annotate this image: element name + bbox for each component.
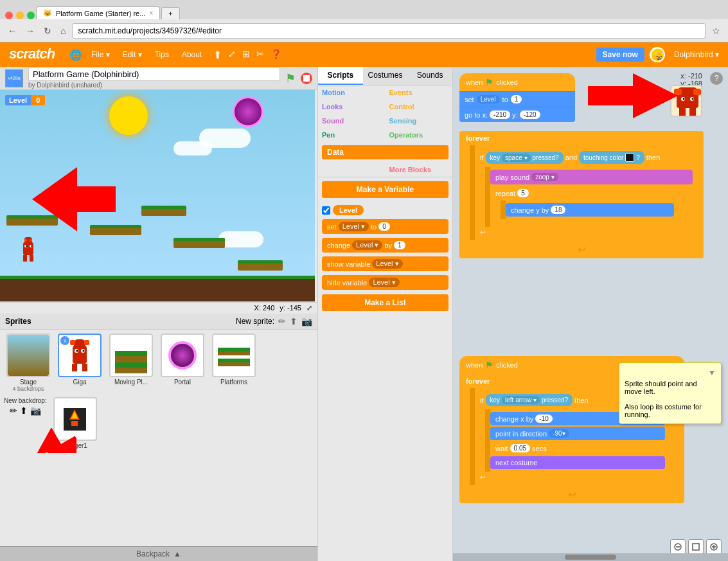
change-level-block[interactable]: change Level ▾ by 1 [322,238,448,253]
back-button[interactable]: ← [5,26,19,36]
zoom-out-button[interactable] [670,539,686,555]
play-sound-cmd[interactable]: play sound zoop ▾ [490,170,693,184]
minimize-button[interactable] [16,12,24,19]
edit-menu[interactable]: Edit ▾ [119,48,146,61]
help-circle-icon[interactable]: ❓ [271,49,281,61]
sprite-item-stage[interactable]: Stage 4 backdrops [4,334,53,392]
tooltip-close-icon[interactable]: ▼ [708,368,716,377]
change-y-val[interactable]: 18 [551,206,565,214]
level-dropdown-2[interactable]: Level ▾ [352,240,382,250]
level-dropdown-1[interactable]: Level ▾ [339,222,369,231]
point-direction-cmd[interactable]: point in direction -90▾ [490,427,665,440]
scissors-icon[interactable]: ✂ [256,49,264,61]
sound-dropdown[interactable]: zoop ▾ [531,173,558,181]
category-looks[interactable]: Looks [318,100,386,114]
active-tab[interactable]: 🐱 Platform Game (Starter) re... × [36,6,160,19]
category-operators[interactable]: Operators [386,128,453,142]
zoom-in-button[interactable] [706,539,722,555]
key2-value[interactable]: left arrow ▾ [502,396,540,404]
camera-sprite-button[interactable]: 📷 [301,316,312,326]
category-data[interactable]: Data [322,145,448,159]
touching-color-sensing[interactable]: touching color ? [579,151,644,164]
home-button[interactable]: ⌂ [58,26,68,36]
tab-sounds[interactable]: Sounds [407,67,452,85]
save-button[interactable]: Save now [596,48,644,62]
grid-icon[interactable]: ⊞ [242,49,250,61]
key-space-sensing[interactable]: key space ▾ pressed? [486,152,564,164]
category-sound[interactable]: Sound [318,114,386,128]
show-variable-block[interactable]: show variable Level ▾ [322,256,448,271]
direction-dropdown[interactable]: -90▾ [549,429,569,438]
next-costume-cmd[interactable]: next costume [490,456,665,469]
tips-menu[interactable]: Tips [151,48,173,61]
paint-sprite-button[interactable]: ✏ [278,316,286,326]
fullscreen-icon[interactable]: ⤢ [228,49,236,61]
tooltip-close-btn[interactable]: ▼ [625,368,716,377]
backpack-bar[interactable]: Backpack ▲ [0,546,317,561]
level-checkbox[interactable] [322,206,330,215]
url-input[interactable] [72,23,706,39]
paint-backdrop-button[interactable]: ✏ [10,405,17,416]
sprite-item-giga[interactable]: i G [55,334,104,392]
category-control[interactable]: Control [386,100,453,114]
goto-x-val[interactable]: -210 [490,111,510,119]
change-x-val[interactable]: -10 [535,414,552,423]
set-value[interactable]: 0 [378,222,390,231]
repeat-block[interactable]: repeat 5 change y by 18 [490,186,693,224]
category-more-blocks[interactable]: More Blocks [386,163,453,177]
if-block-1[interactable]: if key space ▾ pressed? and [475,148,704,238]
category-pen[interactable]: Pen [318,128,386,142]
user-menu[interactable]: Dolphinbird ▾ [670,48,723,61]
set-level-cmd[interactable]: set Level to 1 [459,91,575,107]
sprite-item-platforms[interactable]: Platforms [209,334,258,392]
reload-button[interactable]: ↻ [41,26,54,36]
bookmark-button[interactable]: ☆ [709,26,723,36]
about-menu[interactable]: About [178,48,206,61]
goto-y-val[interactable]: -120 [520,111,540,119]
sprite-item-moving-platforms[interactable]: Moving Pl... [107,334,155,392]
sprite-item-portal[interactable]: Portal [158,334,207,392]
sprite-item-danger1[interactable]: Danger1 [51,397,100,449]
globe-icon[interactable]: 🌐 [69,49,82,61]
zoom-fit-button[interactable] [688,539,704,555]
green-flag-button[interactable]: ⚑ [285,71,296,85]
level-dropdown-4[interactable]: Level ▾ [369,278,399,287]
upload-backdrop-button[interactable]: ⬆ [20,405,28,416]
project-name-input[interactable] [28,67,280,81]
key-value[interactable]: space ▾ [502,154,530,162]
upload-icon[interactable]: ⬆ [213,49,222,61]
change-y-cmd[interactable]: change y by 18 [506,203,674,217]
expand-icon[interactable]: ⤢ [306,304,312,312]
change-value[interactable]: 1 [394,241,405,249]
set-level-val[interactable]: 1 [511,95,522,103]
set-level-block[interactable]: set Level ▾ to 0 [322,219,448,234]
tab-close-button[interactable]: × [149,10,153,17]
camera-backdrop-button[interactable]: 📷 [30,405,41,416]
category-events[interactable]: Events [386,85,453,100]
repeat-val[interactable]: 5 [517,189,529,197]
make-list-button[interactable]: Make a List [322,294,448,311]
wait-cmd[interactable]: wait 0.05 secs [490,441,665,455]
color-swatch[interactable] [625,153,634,162]
tab-costumes[interactable]: Costumes [363,67,408,85]
when-clicked-hat-1[interactable]: when ⚑ clicked [459,73,575,91]
close-button[interactable] [5,12,13,19]
key-left-sensing[interactable]: key left arrow ▾ pressed? [486,394,573,406]
goto-xy-cmd[interactable]: go to x: -210 y: -120 [459,107,575,122]
upload-sprite-button[interactable]: ⬆ [290,316,297,326]
make-variable-button[interactable]: Make a Variable [322,181,448,198]
scrollbar-thumb[interactable] [565,555,616,560]
scripts-scrollbar[interactable] [453,553,728,561]
hide-variable-block[interactable]: hide variable Level ▾ [322,275,448,290]
stop-button[interactable] [301,73,312,84]
help-button[interactable]: ? [710,72,723,85]
tab-scripts[interactable]: Scripts [318,67,363,85]
file-menu[interactable]: File ▾ [87,48,114,61]
category-motion[interactable]: Motion [318,85,386,100]
category-sensing[interactable]: Sensing [386,114,453,128]
maximize-button[interactable] [27,12,35,19]
forever-block-1[interactable]: forever if key space ▾ pressed? [459,131,704,258]
wait-val[interactable]: 0.05 [510,444,530,452]
forward-button[interactable]: → [23,26,37,36]
new-tab[interactable]: + [161,7,179,19]
